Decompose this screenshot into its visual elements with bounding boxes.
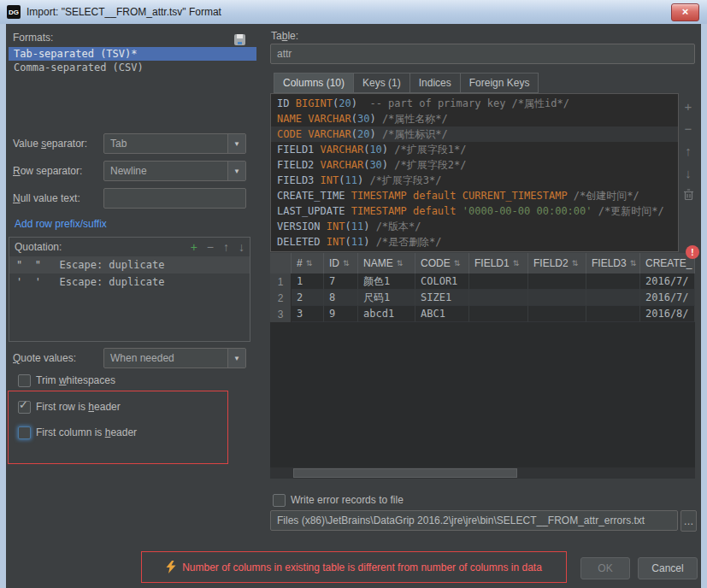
trash-icon[interactable] [680, 187, 696, 203]
ddl-editor[interactable]: ID BIGINT(20) -- part of primary key /*属… [270, 93, 679, 252]
datagrip-app-icon: DG [7, 5, 21, 19]
chevron-down-icon[interactable]: ▼ [227, 349, 245, 368]
table-cell [469, 306, 528, 322]
remove-icon[interactable]: − [207, 241, 214, 253]
quotation-rule[interactable]: " " Escape: duplicate [9, 256, 250, 273]
validation-error-text: Number of columns in existing table is d… [182, 562, 542, 573]
value-separator-select[interactable]: Tab ▼ [103, 133, 246, 154]
format-option[interactable]: Comma-separated (CSV) [9, 61, 256, 74]
row-number: 1 [270, 273, 292, 290]
write-error-records-checkbox[interactable]: ✓ [273, 494, 286, 507]
validation-error-box: Number of columns in existing table is d… [141, 551, 567, 583]
table-row[interactable]: 228尺码1SIZE12016/7/ [270, 290, 695, 306]
format-option[interactable]: Tab-separated (TSV)* [9, 47, 256, 61]
ddl-line: FIELD2 VARCHAR(30) /*扩展字段2*/ [271, 157, 678, 173]
row-separator-label: Row separator: [13, 165, 82, 177]
dialog-body: Formats: Tab-separated (TSV)*Comma-separ… [6, 24, 701, 588]
table-cell: 尺码1 [358, 290, 415, 306]
ddl-line: CODE VARCHAR(20) /*属性标识*/ [271, 126, 678, 142]
null-value-label: Null value text: [13, 192, 80, 204]
table-row[interactable]: 117颜色1COLOR12016/7/ [270, 273, 695, 290]
first-column-header-checkbox[interactable]: ✓ [18, 426, 31, 439]
column-header[interactable]: NAME⇅ [358, 253, 415, 273]
ok-button[interactable]: OK [580, 557, 630, 579]
table-cell [586, 306, 640, 322]
sort-icon: ⇅ [306, 259, 313, 268]
table-cell [528, 290, 586, 306]
table-cell: 9 [324, 306, 358, 322]
tab-foreign-keys[interactable]: Foreign Keys [461, 73, 539, 93]
value-separator-label: Value separator: [13, 138, 87, 150]
sort-icon: ⇅ [630, 259, 637, 268]
chevron-down-icon[interactable]: ▼ [227, 134, 245, 153]
horizontal-scrollbar[interactable] [270, 467, 695, 479]
null-value-input[interactable] [103, 188, 246, 209]
row-number: 3 [270, 306, 292, 322]
row-separator-select[interactable]: Newline ▼ [103, 161, 246, 181]
column-header[interactable]: FIELD1⇅ [469, 253, 528, 273]
scrollbar-thumb[interactable] [293, 468, 517, 478]
remove-column-icon[interactable]: − [680, 121, 696, 136]
table-cell: 2016/7/ [640, 273, 695, 290]
warning-bolt-icon [166, 561, 176, 573]
tab-bar: Columns (10)Keys (1)IndicesForeign Keys [274, 73, 539, 93]
sort-icon: ⇅ [454, 259, 461, 268]
sort-icon: ⇅ [397, 259, 404, 268]
tab-indices[interactable]: Indices [410, 73, 461, 93]
quote-values-label: Quote values: [13, 352, 76, 364]
ddl-line: CREATE_TIME TIMESTAMP default CURRENT_TI… [271, 188, 678, 203]
table-cell: ABC1 [415, 306, 469, 322]
move-down-icon[interactable]: ↓ [239, 241, 245, 253]
column-header[interactable]: CODE⇅ [415, 253, 469, 273]
check-icon: ✓ [19, 398, 28, 411]
browse-button[interactable]: … [680, 510, 697, 532]
add-column-icon[interactable]: + [680, 98, 696, 114]
sort-icon: ⇅ [343, 259, 350, 268]
table-name-input[interactable]: attr [270, 44, 695, 64]
ddl-line: FIELD3 INT(11) /*扩展字段3*/ [271, 173, 678, 188]
row-number: 2 [270, 290, 292, 306]
table-cell [469, 273, 528, 290]
move-up-icon[interactable]: ↑ [223, 241, 229, 253]
quotation-panel: Quotation: + − ↑ ↓ " " Escape: duplicate… [9, 237, 250, 342]
cancel-button[interactable]: Cancel [638, 557, 698, 579]
first-row-header-label: First row is header [36, 401, 121, 413]
save-format-icon[interactable] [234, 34, 245, 45]
error-badge: ! [686, 245, 699, 259]
column-header[interactable]: FIELD2⇅ [528, 253, 586, 273]
move-down-icon[interactable]: ↓ [680, 165, 696, 180]
close-icon[interactable]: × [671, 3, 699, 21]
tab-keys-1[interactable]: Keys (1) [354, 73, 410, 93]
move-up-icon[interactable]: ↑ [680, 143, 696, 158]
column-header[interactable]: #⇅ [292, 253, 324, 273]
table-cell: abcd1 [358, 306, 415, 322]
ddl-line: LAST_UPDATE TIMESTAMP default '0000-00-0… [271, 203, 678, 219]
table-cell [586, 273, 640, 290]
error-file-path-input[interactable]: Files (x86)\JetBrains\DataGrip 2016.2\jr… [270, 510, 678, 531]
quotation-list: " " Escape: duplicate' ' Escape: duplica… [9, 256, 250, 291]
quotation-label: Quotation: [15, 241, 62, 253]
grid-body: 117颜色1COLOR12016/7/228尺码1SIZE12016/7/339… [270, 273, 695, 322]
table-label: Table: [271, 30, 298, 42]
table-row[interactable]: 339abcd1ABC12016/8/ [270, 306, 695, 322]
table-cell: COLOR1 [415, 273, 469, 290]
window-title: Import: "SELECT__FROM_attr.tsv" Format [27, 6, 221, 18]
table-cell: 1 [292, 273, 324, 290]
quote-values-select[interactable]: When needed ▼ [103, 348, 246, 368]
column-header[interactable]: FIELD3⇅ [586, 253, 640, 273]
ddl-line: ID BIGINT(20) -- part of primary key /*属… [271, 96, 678, 111]
trim-whitespaces-checkbox[interactable]: ✓ [18, 374, 31, 387]
tab-columns-10[interactable]: Columns (10) [274, 73, 354, 93]
table-cell: 3 [292, 306, 324, 322]
add-icon[interactable]: + [191, 241, 197, 253]
add-row-prefix-suffix-link[interactable]: Add row prefix/suffix [15, 218, 107, 230]
first-row-header-checkbox[interactable]: ✓ [18, 401, 31, 414]
quotation-rule[interactable]: ' ' Escape: duplicate [9, 273, 250, 291]
data-preview-grid: #⇅ID⇅NAME⇅CODE⇅FIELD1⇅FIELD2⇅FIELD3⇅CREA… [270, 253, 695, 479]
import-dialog: DG Import: "SELECT__FROM_attr.tsv" Forma… [0, 0, 707, 588]
column-header[interactable]: ID⇅ [324, 253, 358, 273]
table-cell: SIZE1 [415, 290, 469, 306]
chevron-down-icon[interactable]: ▼ [227, 162, 245, 180]
sort-icon: ⇅ [513, 259, 520, 268]
title-bar[interactable]: DG Import: "SELECT__FROM_attr.tsv" Forma… [0, 0, 707, 24]
